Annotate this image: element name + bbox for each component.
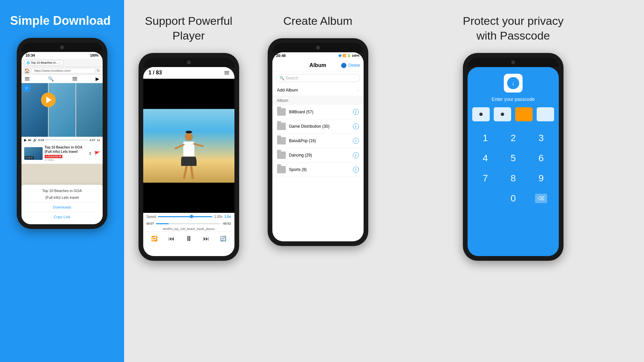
numpad-3[interactable]: 3 xyxy=(529,129,554,147)
info-icon-2[interactable]: i xyxy=(353,138,359,144)
numpad-0[interactable]: 0 xyxy=(500,190,526,207)
downloads-link[interactable]: Downloads xyxy=(25,204,99,210)
url-input[interactable]: https://www.moviebox.com/ xyxy=(31,68,95,73)
search-placeholder: Search xyxy=(286,76,299,80)
play-small-icon[interactable]: ▶ xyxy=(24,138,27,142)
play-button-large[interactable] xyxy=(41,93,56,107)
album-search[interactable]: 🔍 Search xyxy=(276,74,360,82)
video-thumb-1[interactable]: + xyxy=(21,83,48,137)
notch-camera-3 xyxy=(316,46,320,50)
pause-icon[interactable]: ⏸ xyxy=(185,234,193,243)
notch-camera-4 xyxy=(511,60,515,64)
album-icon: 🔵 xyxy=(341,63,346,68)
time-slider[interactable] xyxy=(156,223,220,224)
share-icon[interactable]: ⬆ xyxy=(88,151,92,156)
loop-icon[interactable]: 🔁 xyxy=(151,236,158,242)
video-controls: ▶ ⏭ 🔊 0:04 4:57 1x xyxy=(21,137,103,143)
passcode-cell-3 xyxy=(537,107,554,121)
numpad-9[interactable]: 9 xyxy=(529,170,554,187)
info-icon-4[interactable]: i xyxy=(353,167,359,173)
playlist-icon[interactable] xyxy=(224,71,229,74)
bookmark-icon[interactable]: 🚩 xyxy=(94,151,100,156)
album-section-header: Album xyxy=(272,96,364,105)
passcode-screen: ↓ Enter your passcode 1 2 xyxy=(468,67,559,256)
phone1-battery: 100% xyxy=(90,54,99,57)
numpad-5[interactable]: 5 xyxy=(500,149,526,167)
download-icon: ↓ xyxy=(512,80,515,87)
menu-icon[interactable] xyxy=(25,77,30,80)
numpad-4[interactable]: 4 xyxy=(473,149,498,167)
list-icon[interactable] xyxy=(72,77,77,80)
url-text: https://www.moviebox.com/ xyxy=(34,69,71,72)
copy-link-link[interactable]: Copy Link xyxy=(25,214,99,220)
player-time-bar: 00:07 -00:52 xyxy=(143,221,234,227)
numpad-7[interactable]: 7 xyxy=(473,170,498,187)
numpad-8[interactable]: 8 xyxy=(500,170,526,187)
phone1-url-bar: 🏠 https://www.moviebox.com/ ↻ xyxy=(21,67,103,75)
video-main-area xyxy=(143,109,234,183)
player-header: 1 / 83 xyxy=(143,67,234,79)
share-popup-title-1: Top 10 Beaches in GOA xyxy=(25,189,99,193)
play-nav-icon[interactable]: ▶ xyxy=(96,76,99,81)
speed-ctrl-icon[interactable]: 🔄 xyxy=(220,236,226,242)
info-icon-0[interactable]: i xyxy=(353,109,359,115)
folder-icon-0 xyxy=(277,108,286,116)
numpad-2[interactable]: 2 xyxy=(500,129,526,147)
add-album-row[interactable]: Add Album › xyxy=(272,84,364,96)
video-duration-badge: 0:04:57 xyxy=(25,156,34,159)
numpad-empty xyxy=(473,190,498,207)
time-start: 00:07 xyxy=(147,222,154,225)
player-speed-bar: Speed 1.00x 1.0x xyxy=(143,213,234,221)
search-nav-icon[interactable]: 🔍 xyxy=(48,76,54,81)
album-name-1: Game Distribution (30) xyxy=(289,124,350,129)
numpad-backspace[interactable]: ⌫ xyxy=(529,190,554,207)
browser-tab[interactable]: 🌐 Top 10 Beaches in... × xyxy=(24,60,63,65)
album-list: BillBoard (57) i Game Distribution (30) … xyxy=(272,105,364,177)
delete-label[interactable]: Delete xyxy=(348,63,360,68)
video-list-item[interactable]: 0:04:57 Top 10 Beaches in GOA (Full info… xyxy=(21,143,103,164)
album-item-2[interactable]: Bass&Pop (16) i xyxy=(272,134,364,148)
close-tab-icon[interactable]: × xyxy=(59,61,61,64)
passcode-dot-1 xyxy=(501,113,504,116)
folder-icon-2 xyxy=(277,137,286,144)
numpad-1[interactable]: 1 xyxy=(473,129,498,147)
app-icon-inner: ↓ xyxy=(507,77,519,89)
dancer-torso xyxy=(183,141,195,157)
passcode-cell-1 xyxy=(494,107,511,121)
passcode-dot-0 xyxy=(479,113,483,116)
video-info: Top 10 Beaches in GOA (Full info) Lets t… xyxy=(45,145,86,162)
video-thumb-3[interactable] xyxy=(76,83,103,137)
album-item-1[interactable]: Game Distribution (30) i xyxy=(272,119,364,134)
dancer-head xyxy=(185,133,193,141)
volume-icon[interactable]: 🔊 xyxy=(33,138,37,142)
folder-icon-3 xyxy=(277,152,286,159)
folder-icon-4 xyxy=(277,166,286,173)
album-name-2: Bass&Pop (16) xyxy=(289,138,350,143)
video-progress[interactable] xyxy=(46,139,88,140)
refresh-icon[interactable]: ↻ xyxy=(97,68,100,73)
speed-slider[interactable] xyxy=(158,216,212,217)
album-name-3: Dancing (29) xyxy=(289,153,350,158)
phone2-notch xyxy=(143,58,234,67)
speed-text-label: Speed xyxy=(147,215,156,219)
album-item-0[interactable]: BillBoard (57) i xyxy=(272,105,364,119)
subscribe-badge[interactable]: ● Subscribe ✖ xyxy=(45,155,62,158)
fast-forward-icon[interactable]: ⏭ xyxy=(203,235,209,242)
skip-icon[interactable]: ⏭ xyxy=(28,138,32,142)
numpad-6[interactable]: 6 xyxy=(529,149,554,167)
album-title: Album xyxy=(310,62,326,68)
section2-title: Support Powerful Player xyxy=(145,13,232,43)
video-thumb-2[interactable] xyxy=(49,83,75,137)
album-item-4[interactable]: Sports (9) i xyxy=(272,163,364,177)
app-icon: ↓ xyxy=(504,74,523,93)
info-icon-1[interactable]: i xyxy=(353,123,359,129)
phone1-time: 10:34 xyxy=(25,53,35,57)
phone3-battery: 🔷 📶 🔋 100% xyxy=(338,54,360,57)
phone3-status-bar: 20:49 🔷 📶 🔋 100% xyxy=(272,52,364,59)
album-item-3[interactable]: Dancing (29) i xyxy=(272,148,364,163)
passcode-cell-0 xyxy=(472,107,490,121)
rewind-icon[interactable]: ⏮ xyxy=(168,235,174,242)
info-icon-3[interactable]: i xyxy=(353,152,359,158)
notch-camera-1 xyxy=(60,45,64,49)
notch-camera-2 xyxy=(187,60,191,64)
